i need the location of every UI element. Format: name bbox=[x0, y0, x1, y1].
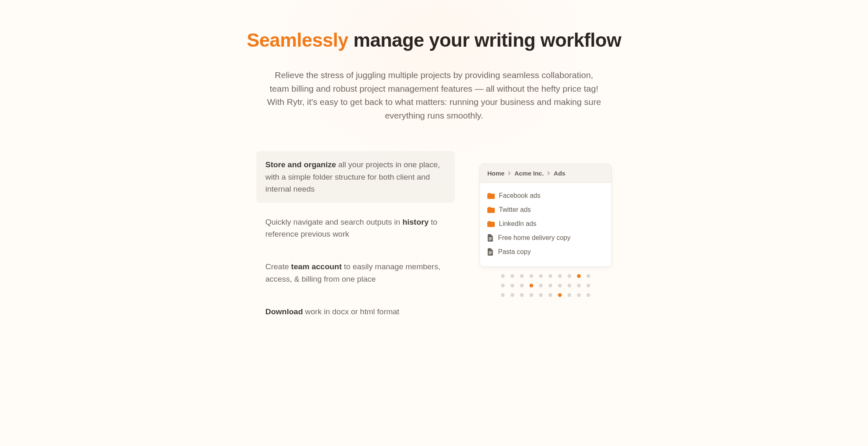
feature-bold: team account bbox=[291, 262, 341, 271]
breadcrumb-item-ads[interactable]: Ads bbox=[554, 170, 565, 177]
feature-bold: history bbox=[403, 218, 429, 226]
feature-list: Store and organize all your projects in … bbox=[256, 151, 455, 331]
breadcrumb-item-acme[interactable]: Acme Inc. bbox=[515, 170, 544, 177]
list-item[interactable]: Free home delivery copy bbox=[487, 231, 604, 245]
folder-icon bbox=[487, 193, 495, 199]
dot bbox=[558, 274, 562, 278]
dot bbox=[548, 274, 552, 278]
dot bbox=[529, 274, 533, 278]
folder-preview-card: Home Acme Inc. Ads Facebook ads Twitter … bbox=[479, 164, 612, 267]
dot bbox=[501, 284, 505, 287]
dot bbox=[501, 274, 505, 278]
dot bbox=[558, 284, 562, 287]
dot bbox=[587, 284, 590, 287]
dot bbox=[577, 274, 581, 278]
feature-team-account[interactable]: Create team account to easily manage mem… bbox=[256, 253, 455, 292]
dot bbox=[520, 284, 524, 287]
title-rest: manage your writing workflow bbox=[348, 29, 621, 51]
document-icon bbox=[487, 234, 494, 242]
chevron-right-icon bbox=[507, 171, 512, 176]
breadcrumb-item-home[interactable]: Home bbox=[487, 170, 505, 177]
dot bbox=[558, 293, 562, 297]
title-accent: Seamlessly bbox=[247, 29, 348, 51]
list-item[interactable]: Twitter ads bbox=[487, 203, 604, 217]
dot bbox=[510, 293, 514, 297]
file-label: Facebook ads bbox=[499, 192, 541, 199]
dot-row bbox=[501, 293, 590, 297]
feature-text: work in docx or html format bbox=[303, 307, 399, 316]
dot bbox=[510, 284, 514, 287]
folder-icon bbox=[487, 207, 495, 213]
feature-download[interactable]: Download work in docx or html format bbox=[256, 298, 455, 325]
feature-pre: Quickly navigate and search outputs in bbox=[265, 218, 403, 226]
dot bbox=[548, 293, 552, 297]
folder-icon bbox=[487, 221, 495, 227]
dot-row bbox=[501, 274, 590, 278]
list-item[interactable]: Pasta copy bbox=[487, 245, 604, 259]
dot bbox=[539, 274, 543, 278]
file-label: Pasta copy bbox=[498, 248, 531, 256]
list-item[interactable]: Facebook ads bbox=[487, 189, 604, 203]
dot bbox=[568, 274, 571, 278]
dot bbox=[501, 293, 505, 297]
dot bbox=[539, 293, 543, 297]
chevron-right-icon bbox=[546, 171, 551, 176]
feature-history[interactable]: Quickly navigate and search outputs in h… bbox=[256, 209, 455, 248]
dot bbox=[548, 284, 552, 287]
breadcrumb: Home Acme Inc. Ads bbox=[480, 164, 611, 183]
feature-bold: Store and organize bbox=[265, 160, 336, 169]
document-icon bbox=[487, 248, 494, 256]
dot bbox=[587, 293, 590, 297]
feature-store-organize[interactable]: Store and organize all your projects in … bbox=[256, 151, 455, 202]
dot-row bbox=[501, 284, 590, 287]
dot bbox=[577, 293, 581, 297]
dot bbox=[587, 274, 590, 278]
file-label: LinkedIn ads bbox=[499, 220, 537, 228]
file-label: Free home delivery copy bbox=[498, 234, 570, 242]
dot bbox=[520, 293, 524, 297]
dot bbox=[510, 274, 514, 278]
dot bbox=[539, 284, 543, 287]
file-label: Twitter ads bbox=[499, 206, 531, 214]
page-title: Seamlessly manage your writing workflow bbox=[186, 29, 682, 51]
dot bbox=[568, 293, 571, 297]
list-item[interactable]: LinkedIn ads bbox=[487, 217, 604, 231]
dot bbox=[520, 274, 524, 278]
dot bbox=[529, 284, 533, 287]
dot bbox=[529, 293, 533, 297]
feature-pre: Create bbox=[265, 262, 291, 271]
file-list: Facebook ads Twitter ads LinkedIn ads Fr… bbox=[480, 183, 611, 266]
page-subtitle: Relieve the stress of juggling multiple … bbox=[265, 69, 603, 122]
feature-bold: Download bbox=[265, 307, 303, 316]
dot bbox=[568, 284, 571, 287]
dot-grid bbox=[479, 274, 612, 297]
dot bbox=[577, 284, 581, 287]
